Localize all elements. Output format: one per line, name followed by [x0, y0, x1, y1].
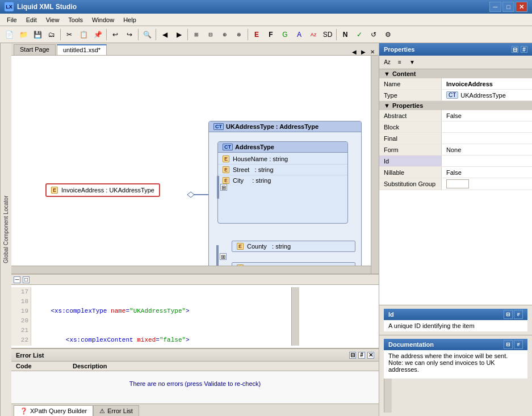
- separator-2: [106, 29, 107, 40]
- id-section-title: Id ⊟ #: [384, 309, 527, 320]
- error-table-header: Code Description: [11, 362, 379, 371]
- error-panel-pin-btn[interactable]: #: [358, 352, 365, 359]
- maximize-button[interactable]: □: [502, 2, 514, 12]
- documentation-section: Documentation ⊟ # The address where the …: [379, 335, 532, 416]
- error-panel: Error List ⊟ # ✕ Code Description There …: [11, 348, 379, 416]
- menu-help[interactable]: Help: [119, 15, 141, 24]
- tab-untitled1[interactable]: untitled1.xsd*: [57, 44, 107, 55]
- global-component-locator[interactable]: Global Component Locator: [0, 43, 11, 416]
- content-section-header: ▼ Content: [379, 69, 532, 78]
- tab-nav-left[interactable]: ◀: [350, 49, 358, 55]
- error-panel-close-btn[interactable]: ✕: [367, 352, 374, 359]
- prop-subst-row: Substitution Group: [379, 178, 532, 190]
- paste-button[interactable]: 📌: [91, 28, 104, 41]
- xml-vscroll[interactable]: [291, 287, 299, 346]
- prop-subst-value: [442, 178, 532, 190]
- center-area: Start Page untitled1.xsd* ◀ ▶ ✕ E Invoic…: [11, 43, 379, 416]
- props-pin-btn[interactable]: #: [521, 46, 527, 53]
- props-sort-alpha-btn[interactable]: Az: [382, 57, 393, 68]
- error-col-desc: Description: [73, 363, 374, 369]
- canvas-vscroll[interactable]: [371, 56, 379, 274]
- street-badge: E: [223, 166, 229, 173]
- cut-button[interactable]: ✂: [62, 28, 76, 41]
- close-button[interactable]: ✕: [516, 2, 527, 12]
- substitution-group-input[interactable]: [446, 179, 469, 188]
- save-button[interactable]: 💾: [31, 28, 44, 41]
- new-button[interactable]: 📄: [2, 28, 16, 41]
- toolbar-btn-h[interactable]: A: [292, 28, 306, 41]
- copy-button[interactable]: 📋: [77, 28, 90, 41]
- county-badge: E: [237, 243, 244, 250]
- uk-address-badge: CT: [213, 123, 224, 130]
- id-pin-btn[interactable]: #: [514, 310, 523, 319]
- props-filter-btn[interactable]: ▼: [407, 57, 418, 68]
- separator-1: [60, 29, 61, 40]
- toolbar-btn-i[interactable]: SD: [321, 28, 334, 41]
- menu-view[interactable]: View: [41, 15, 64, 24]
- error-panel-header: Error List ⊟ # ✕: [11, 349, 379, 362]
- tab-error-list[interactable]: ⚠ Error List: [93, 405, 139, 416]
- menu-window[interactable]: Window: [87, 15, 119, 24]
- street-label: Street : string: [233, 166, 274, 173]
- toolbar-btn-3[interactable]: ⊕: [218, 28, 232, 41]
- toolbar-btn-2[interactable]: ⊟: [204, 28, 217, 41]
- minimize-button[interactable]: ─: [489, 2, 501, 12]
- canvas-hscroll[interactable]: [11, 266, 371, 274]
- address-type-badge: CT: [223, 144, 233, 150]
- uml-inner-box: CT AddressType ⊞ E HouseName : string E: [217, 141, 348, 224]
- properties-section-label: Properties: [392, 102, 423, 109]
- id-section-label: Id: [388, 311, 394, 318]
- toolbar-btn-n[interactable]: N: [338, 28, 352, 41]
- doc-section-title: Documentation ⊟ #: [384, 339, 527, 350]
- xml-lines[interactable]: <xs:complexType name="UKAddressType"> <x…: [31, 287, 291, 346]
- xml-line-18: <xs:complexContent mixed="false">: [36, 335, 287, 345]
- xml-maximize-btn[interactable]: □: [23, 276, 30, 283]
- toolbar-btn-j[interactable]: ↺: [367, 28, 380, 41]
- doc-float-btn[interactable]: ⊟: [504, 340, 513, 349]
- svg-marker-1: [187, 192, 194, 198]
- sequence-expand-inner[interactable]: ⊞: [220, 184, 227, 191]
- menu-tools[interactable]: Tools: [64, 15, 87, 24]
- tab-nav-right[interactable]: ▶: [359, 49, 367, 55]
- open-button[interactable]: 📁: [16, 28, 30, 41]
- toolbar-btn-g[interactable]: G: [278, 28, 292, 41]
- tab-xpath-query-builder[interactable]: ❓ XPath Query Builder: [14, 405, 93, 416]
- nav-forward-button[interactable]: ▶: [172, 28, 186, 41]
- toolbar-btn-e[interactable]: E: [250, 28, 263, 41]
- toolbar-btn-k[interactable]: ⚙: [381, 28, 395, 41]
- error-panel-float-btn[interactable]: ⊟: [349, 352, 356, 359]
- prop-name-row: Name InvoiceAddress: [379, 78, 532, 90]
- tab-close[interactable]: ✕: [368, 49, 376, 55]
- menu-bar: File Edit View Tools Window Help: [0, 14, 532, 26]
- tab-start-page[interactable]: Start Page: [14, 44, 56, 55]
- nav-back-button[interactable]: ◀: [158, 28, 171, 41]
- county-label: County : string: [247, 243, 291, 250]
- diagram-canvas[interactable]: E InvoiceAddress : UKAddressType CT UKAd…: [11, 56, 379, 274]
- props-float-btn[interactable]: ⊟: [512, 46, 518, 53]
- toolbar-btn-az[interactable]: Az: [307, 28, 320, 41]
- props-sort-cat-btn[interactable]: ≡: [394, 57, 405, 68]
- toolbar-btn-f[interactable]: F: [264, 28, 278, 41]
- redo-button[interactable]: ↪: [123, 28, 136, 41]
- content-section-label: Content: [392, 70, 416, 77]
- title-bar: LX Liquid XML Studio ─ □ ✕: [0, 0, 532, 14]
- toolbar-btn-1[interactable]: ⊞: [190, 28, 203, 41]
- separator-5: [187, 29, 188, 40]
- id-float-btn[interactable]: ⊟: [504, 310, 513, 319]
- menu-file[interactable]: File: [2, 15, 22, 24]
- xml-collapse-btn[interactable]: ─: [14, 276, 20, 283]
- prop-form-key: Form: [379, 144, 442, 155]
- doc-vscroll[interactable]: [384, 379, 392, 413]
- prop-name-key: Name: [379, 78, 442, 89]
- toolbar-btn-check[interactable]: ✓: [353, 28, 366, 41]
- save-all-button[interactable]: 🗂: [45, 28, 58, 41]
- prop-block-key: Block: [379, 121, 442, 132]
- undo-button[interactable]: ↩: [108, 28, 122, 41]
- menu-edit[interactable]: Edit: [22, 15, 41, 24]
- global-sidebar-label: Global Component Locator: [3, 196, 9, 264]
- invoice-address-element[interactable]: E InvoiceAddress : UKAddressType: [45, 183, 160, 197]
- search-button[interactable]: 🔍: [140, 28, 154, 41]
- doc-pin-btn[interactable]: #: [514, 340, 523, 349]
- toolbar-btn-4[interactable]: ⊗: [232, 28, 246, 41]
- sequence-expand-outer[interactable]: ⊞: [220, 253, 227, 260]
